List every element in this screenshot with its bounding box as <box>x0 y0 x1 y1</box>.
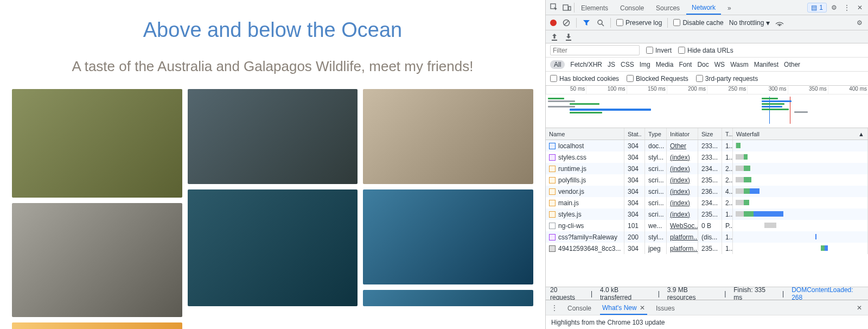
devtools-panel: Elements Console Sources Network » ▤ 1 ⚙… <box>545 0 868 329</box>
drawer-tab-console[interactable]: Console <box>565 301 593 314</box>
request-size: 236... <box>698 186 722 197</box>
third-party-label: 3rd-party requests <box>705 75 758 83</box>
filter-icon[interactable] <box>582 18 591 27</box>
close-tab-icon[interactable]: ✕ <box>640 304 645 312</box>
drawer-tab-whatsnew[interactable]: What's New ✕ <box>600 301 647 315</box>
disable-cache-checkbox[interactable]: Disable cache <box>673 19 723 27</box>
type-filter-all[interactable]: All <box>550 60 565 69</box>
gallery-image[interactable] <box>12 89 182 198</box>
col-type[interactable]: Type <box>645 128 667 140</box>
col-time[interactable]: T... <box>722 128 733 140</box>
request-initiator[interactable]: (index) <box>667 151 698 163</box>
request-status: 101 <box>624 220 645 231</box>
filter-input[interactable] <box>550 45 640 55</box>
request-row[interactable]: css?family=Raleway200styl...platform...(… <box>546 231 868 243</box>
type-filter-wasm[interactable]: Wasm <box>730 61 749 68</box>
type-filter-ws[interactable]: WS <box>714 61 725 68</box>
request-initiator[interactable]: Other <box>667 140 698 151</box>
svg-rect-2 <box>569 7 571 10</box>
blocked-cookies-checkbox[interactable]: Has blocked cookies <box>550 75 619 83</box>
request-initiator[interactable]: (index) <box>667 174 698 186</box>
type-filter-css[interactable]: CSS <box>621 61 634 68</box>
request-row[interactable]: main.js304scri...(index)234...2... <box>546 197 868 208</box>
kebab-menu-icon[interactable]: ⋮ <box>841 2 853 14</box>
hide-data-urls-checkbox[interactable]: Hide data URLs <box>678 47 733 54</box>
request-initiator[interactable]: (index) <box>667 197 698 208</box>
request-status: 304 <box>624 197 645 208</box>
type-filter-other[interactable]: Other <box>784 61 800 68</box>
type-filter-fetchxhr[interactable]: Fetch/XHR <box>570 61 602 68</box>
status-resources: 3.9 MB resources <box>667 286 717 301</box>
gallery-image[interactable] <box>188 89 358 184</box>
request-initiator[interactable]: (index) <box>667 208 698 220</box>
clear-icon[interactable] <box>562 18 571 27</box>
request-row[interactable]: polyfills.js304scri...(index)235...2... <box>546 174 868 186</box>
device-toolbar-icon[interactable] <box>561 2 573 14</box>
col-name[interactable]: Name <box>546 128 624 140</box>
blocked-requests-label: Blocked Requests <box>636 75 688 83</box>
download-har-icon[interactable] <box>564 33 573 41</box>
status-finish: Finish: 335 ms <box>733 286 775 301</box>
tick-label: 300 ms <box>747 86 787 94</box>
col-size[interactable]: Size <box>698 128 722 140</box>
type-filter-js[interactable]: JS <box>608 61 615 68</box>
more-tabs-button[interactable]: » <box>722 1 737 14</box>
request-initiator[interactable]: platform... <box>667 243 698 254</box>
drawer-menu-icon[interactable]: ⋮ <box>550 303 559 312</box>
request-row[interactable]: ng-cli-ws101we...WebSoc...0 BP... <box>546 220 868 231</box>
record-button[interactable] <box>550 20 557 26</box>
request-initiator[interactable]: platform... <box>667 231 698 243</box>
upload-har-icon[interactable] <box>550 33 559 41</box>
request-waterfall <box>733 140 868 151</box>
type-filter-font[interactable]: Font <box>679 61 692 68</box>
request-name: 49412593648_8cc3... <box>558 245 621 252</box>
timeline-overview[interactable]: 50 ms100 ms150 ms200 ms250 ms300 ms350 m… <box>546 86 868 128</box>
gallery-image[interactable] <box>363 290 533 306</box>
type-filter-manifest[interactable]: Manifest <box>754 61 778 68</box>
throttling-select[interactable]: No throttling ▾ <box>729 18 770 27</box>
inspect-element-icon[interactable] <box>548 2 560 14</box>
request-row[interactable]: vendor.js304scri...(index)236...4... <box>546 186 868 197</box>
drawer-tab-issues[interactable]: Issues <box>654 301 677 314</box>
third-party-checkbox[interactable]: 3rd-party requests <box>696 75 758 83</box>
col-waterfall[interactable]: Waterfall▲ <box>733 128 868 140</box>
chevron-down-icon: ▾ <box>766 18 770 27</box>
gallery-image[interactable] <box>363 89 533 184</box>
close-devtools-icon[interactable]: ✕ <box>854 2 866 14</box>
request-row[interactable]: styles.js304scri...(index)235...1... <box>546 208 868 220</box>
filter-row: Invert Hide data URLs <box>546 43 868 58</box>
request-row[interactable]: 49412593648_8cc3...304jpegplatform...235… <box>546 243 868 254</box>
tab-elements[interactable]: Elements <box>576 1 614 14</box>
gallery-image[interactable] <box>363 189 533 284</box>
type-filter-media[interactable]: Media <box>656 61 674 68</box>
tab-console[interactable]: Console <box>615 1 649 14</box>
request-initiator[interactable]: (index) <box>667 163 698 174</box>
type-filter-img[interactable]: Img <box>640 61 650 68</box>
network-conditions-icon[interactable] <box>775 18 784 27</box>
drawer-close-icon[interactable]: ✕ <box>855 303 864 312</box>
request-row[interactable]: localhost304doc...Other233...1... <box>546 140 868 151</box>
tab-network[interactable]: Network <box>686 1 721 15</box>
gallery-image[interactable] <box>12 203 182 317</box>
settings-icon[interactable]: ⚙ <box>828 2 840 14</box>
blocked-requests-checkbox[interactable]: Blocked Requests <box>627 75 688 83</box>
request-initiator[interactable]: (index) <box>667 186 698 197</box>
type-filter-doc[interactable]: Doc <box>697 61 709 68</box>
file-type-icon <box>549 154 556 161</box>
extra-filter-row: Has blocked cookies Blocked Requests 3rd… <box>546 72 868 86</box>
request-waterfall <box>733 163 868 174</box>
tab-sources[interactable]: Sources <box>650 1 685 14</box>
request-initiator[interactable]: WebSoc... <box>667 220 698 231</box>
network-settings-icon[interactable]: ⚙ <box>855 18 864 27</box>
col-status[interactable]: Stat.. <box>624 128 645 140</box>
request-row[interactable]: styles.css304styl...(index)233...1... <box>546 151 868 163</box>
request-row[interactable]: runtime.js304scri...(index)234...2... <box>546 163 868 174</box>
gallery-image[interactable] <box>188 189 358 306</box>
invert-checkbox[interactable]: Invert <box>646 47 672 54</box>
col-initiator[interactable]: Initiator <box>667 128 698 140</box>
preserve-log-checkbox[interactable]: Preserve log <box>616 19 662 27</box>
search-icon[interactable] <box>596 18 605 27</box>
request-type: styl... <box>645 151 667 163</box>
gallery-image[interactable] <box>12 322 182 329</box>
issues-badge[interactable]: ▤ 1 <box>807 3 827 12</box>
